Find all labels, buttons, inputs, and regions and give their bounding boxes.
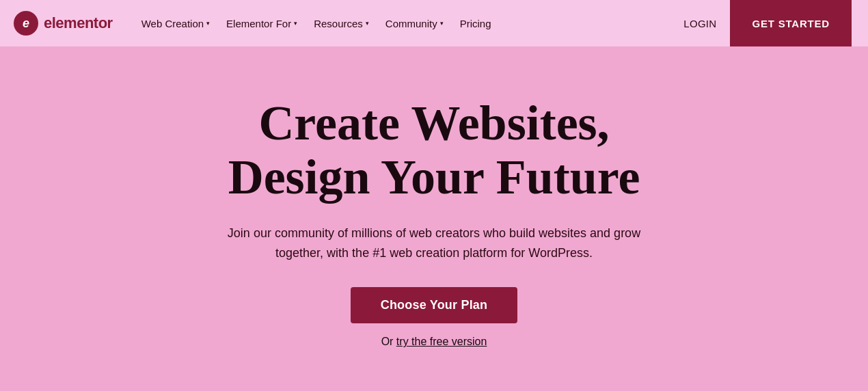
hero-section: Create Websites, Design Your Future Join… (0, 46, 868, 391)
navbar-right: LOGIN GET STARTED (670, 0, 852, 46)
nav-item-pricing[interactable]: Pricing (453, 14, 498, 33)
get-started-button[interactable]: GET STARTED (730, 0, 852, 46)
nav-item-web-creation[interactable]: Web Creation ▾ (135, 14, 217, 33)
nav-item-resources[interactable]: Resources ▾ (307, 14, 376, 33)
nav-menu: Web Creation ▾ Elementor For ▾ Resources… (135, 14, 498, 33)
chevron-down-icon: ▾ (294, 20, 297, 27)
hero-title: Create Websites, Design Your Future (228, 96, 640, 204)
hero-subtitle: Join our community of millions of web cr… (215, 224, 653, 263)
nav-item-community[interactable]: Community ▾ (379, 14, 450, 33)
nav-item-elementor-for[interactable]: Elementor For ▾ (219, 14, 304, 33)
free-version-link[interactable]: try the free version (396, 336, 487, 347)
logo-text: elementor (44, 14, 113, 32)
navbar: e elementor Web Creation ▾ Elementor For… (0, 0, 868, 46)
free-version-text: Or try the free version (381, 336, 487, 348)
logo-icon: e (14, 11, 38, 36)
logo[interactable]: e elementor (14, 11, 113, 36)
login-button[interactable]: LOGIN (670, 11, 730, 36)
navbar-left: e elementor Web Creation ▾ Elementor For… (14, 11, 498, 36)
chevron-down-icon: ▾ (366, 20, 369, 27)
choose-plan-button[interactable]: Choose Your Plan (351, 287, 518, 323)
chevron-down-icon: ▾ (440, 20, 444, 27)
chevron-down-icon: ▾ (206, 20, 210, 27)
logo-icon-letter: e (23, 16, 29, 31)
